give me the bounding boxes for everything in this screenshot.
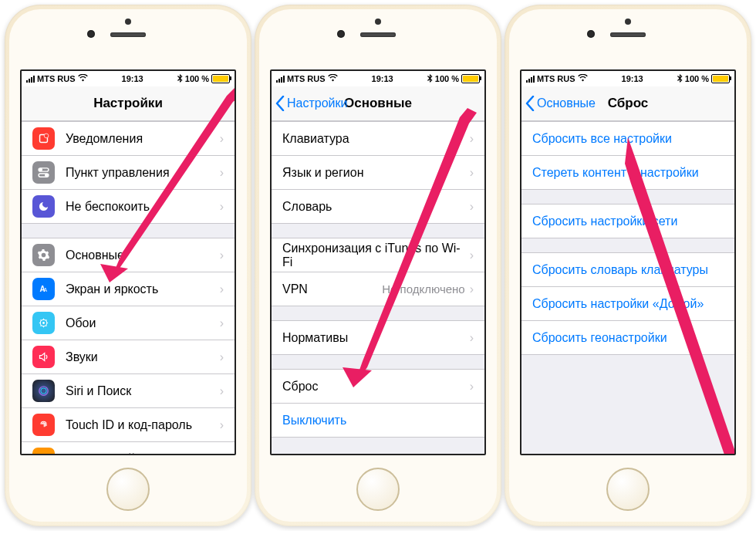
screen-1: MTS RUS 19:13 100 % Настройки [20,69,236,455]
row-control-center[interactable]: Пункт управления › [22,155,235,189]
svg-point-9 [42,322,45,324]
svg-point-5 [46,174,48,177]
carrier-label: MTS RUS [37,74,76,83]
row-wallpaper[interactable]: Обои › [22,306,235,340]
row-label: Сброс [282,380,470,394]
signal-icon [276,76,285,83]
general-table[interactable]: Клавиатура › Язык и регион › Словарь › С… [272,121,484,454]
chevron-right-icon: › [220,452,224,455]
chevron-right-icon: › [470,200,474,214]
row-siri[interactable]: Siri и Поиск › [22,373,235,407]
chevron-right-icon: › [470,166,474,180]
chevron-right-icon: › [470,282,474,296]
phone-frame-3: MTS RUS 19:13 100 % Основные [505,5,751,526]
row-shutdown[interactable]: Выключить [272,403,484,437]
battery-icon [461,74,480,83]
row-reset[interactable]: Сброс › [272,370,484,403]
row-label: Siri и Поиск [66,384,220,398]
chevron-right-icon: › [470,380,474,394]
row-label: Пункт управления [66,166,220,180]
row-sos[interactable]: SOS Экстренный вызов — SOS › [22,441,235,454]
bell-icon [32,127,55,150]
bluetooth-icon [677,74,683,84]
reset-table[interactable]: Сбросить все настройки Стереть контент и… [521,121,734,454]
carrier-label: MTS RUS [287,74,326,83]
row-label: Словарь [282,200,470,214]
bluetooth-icon [427,74,433,84]
row-label: Touch ID и код-пароль [66,418,220,432]
row-reset-location[interactable]: Сбросить геонастройки [521,320,734,354]
row-label: Экран и яркость [66,282,220,296]
row-label: Основные [66,248,220,262]
svg-text:A: A [44,287,48,292]
sos-icon: SOS [32,448,55,454]
bluetooth-icon [177,74,183,84]
battery-icon [211,74,230,83]
home-button[interactable] [106,468,150,511]
row-label: Экстренный вызов — SOS [66,452,220,455]
settings-table[interactable]: Уведомления › Пункт управления › [22,121,235,454]
svg-point-3 [40,169,42,171]
row-dictionary[interactable]: Словарь › [272,189,484,223]
home-button[interactable] [356,468,400,511]
moon-icon [32,195,55,218]
phone-frame-1: MTS RUS 19:13 100 % Настройки [5,5,251,526]
row-reset-network[interactable]: Сбросить настройки сети [521,204,734,238]
chevron-right-icon: › [220,384,224,398]
row-label: Звуки [66,350,220,364]
row-label: Сбросить словарь клавиатуры [532,263,724,277]
row-label: Клавиатура [282,132,470,146]
row-label: VPN [282,282,382,296]
row-vpn[interactable]: VPN Не подключено › [272,272,484,306]
wallpaper-icon [32,312,55,334]
chevron-right-icon: › [220,248,224,262]
chevron-right-icon: › [220,200,224,214]
signal-icon [26,76,35,83]
back-button[interactable]: Основные [525,86,596,120]
row-itunes-sync[interactable]: Синхронизация с iTunes по Wi-Fi › [272,238,484,272]
row-erase-content[interactable]: Стереть контент и настройки [521,155,734,189]
row-detail: Не подключено [382,282,464,296]
screen-2: MTS RUS 19:13 100 % Настройки [270,69,486,455]
row-dnd[interactable]: Не беспокоить › [22,189,235,223]
row-label: Выключить [282,414,474,428]
row-touchid[interactable]: Touch ID и код-пароль › [22,407,235,441]
row-reset-keyboard-dict[interactable]: Сбросить словарь клавиатуры [521,253,734,286]
row-label: Уведомления [66,132,220,146]
row-reset-home[interactable]: Сбросить настройки «Домой» [521,286,734,320]
battery-pct: 100 % [185,74,209,83]
wifi-icon [78,74,88,83]
home-button[interactable] [606,468,650,511]
row-label: Язык и регион [282,166,470,180]
chevron-right-icon: › [470,248,474,262]
back-button[interactable]: Настройки [275,86,347,120]
row-label: Нормативы [282,331,470,345]
chevron-right-icon: › [220,282,224,296]
row-display[interactable]: AA Экран и яркость › [22,272,235,306]
row-label: Синхронизация с iTunes по Wi-Fi [282,242,470,269]
chevron-right-icon: › [220,316,224,330]
row-sounds[interactable]: Звуки › [22,340,235,373]
row-notifications[interactable]: Уведомления › [22,122,235,155]
row-regulatory[interactable]: Нормативы › [272,321,484,354]
svg-point-1 [44,134,49,138]
phone-frame-2: MTS RUS 19:13 100 % Настройки [255,5,501,526]
gear-icon [32,244,55,266]
svg-point-11 [41,388,46,394]
nav-bar: Настройки Основные [272,86,484,121]
row-language-region[interactable]: Язык и регион › [272,155,484,189]
status-bar: MTS RUS 19:13 100 % [272,71,484,86]
page-title: Основные [344,96,412,111]
fingerprint-icon [32,414,55,436]
signal-icon [526,76,535,83]
row-reset-all[interactable]: Сбросить все настройки [521,122,734,155]
clock: 19:13 [88,74,177,83]
chevron-right-icon: › [470,331,474,345]
screen-3: MTS RUS 19:13 100 % Основные [520,69,736,455]
row-label: Стереть контент и настройки [532,166,724,180]
row-keyboard[interactable]: Клавиатура › [272,122,484,155]
battery-icon [711,74,730,83]
status-bar: MTS RUS 19:13 100 % [521,71,734,86]
row-general[interactable]: Основные › [22,238,235,272]
row-label: Обои [66,316,220,330]
